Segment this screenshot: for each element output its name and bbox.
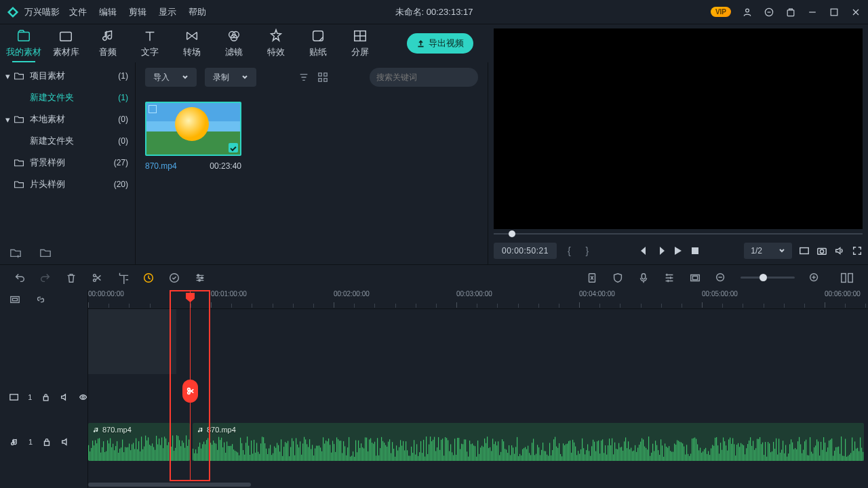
- close-icon[interactable]: [850, 7, 861, 18]
- fullscreen-icon[interactable]: [852, 245, 863, 256]
- svg-rect-360: [521, 455, 521, 461]
- mute-icon[interactable]: [60, 392, 69, 402]
- render-icon[interactable]: [168, 272, 180, 284]
- menu-view[interactable]: 显示: [159, 6, 176, 18]
- account-icon[interactable]: [742, 7, 753, 18]
- marker-icon[interactable]: [586, 272, 598, 284]
- audio-track[interactable]: 870.mp4870.mp4: [88, 420, 868, 464]
- preview-scrubber[interactable]: [494, 230, 863, 237]
- lock-icon[interactable]: [41, 392, 50, 402]
- tab-my-media[interactable]: 我的素材: [3, 28, 45, 62]
- svg-rect-204: [309, 439, 310, 461]
- tab-splitscreen[interactable]: 分屏: [339, 28, 381, 62]
- chat-icon[interactable]: [764, 7, 774, 18]
- menu-help[interactable]: 帮助: [189, 6, 206, 18]
- mixer-icon[interactable]: [663, 272, 675, 284]
- svg-rect-235: [351, 455, 352, 461]
- safe-icon[interactable]: [612, 272, 624, 284]
- import-dropdown[interactable]: 导入: [145, 68, 197, 87]
- redo-icon[interactable]: [39, 272, 52, 284]
- add-track-icon[interactable]: [9, 294, 20, 305]
- mark-in-button[interactable]: {: [564, 245, 575, 256]
- export-button[interactable]: 导出视频: [407, 33, 473, 54]
- open-folder-icon[interactable]: [39, 247, 52, 259]
- media-clip[interactable]: 870.mp400:23:40: [145, 102, 241, 171]
- play-pause-icon[interactable]: [654, 245, 665, 256]
- svg-rect-205: [311, 449, 311, 461]
- menu-file[interactable]: 文件: [69, 6, 87, 18]
- preview-quality-icon[interactable]: [799, 245, 810, 256]
- svg-rect-334: [486, 443, 486, 461]
- svg-rect-112: [182, 441, 182, 461]
- video-track-header[interactable]: 1: [0, 374, 87, 420]
- split-at-playhead-button[interactable]: [182, 380, 198, 403]
- menu-edit[interactable]: 编辑: [99, 6, 117, 18]
- preview-timecode[interactable]: 00:00:50:21: [494, 243, 557, 259]
- svg-rect-442: [632, 451, 633, 461]
- snapshot-icon[interactable]: [816, 245, 827, 256]
- voiceover-icon[interactable]: [637, 272, 650, 284]
- audio-track-header[interactable]: 1: [0, 420, 87, 464]
- tree-item-bg[interactable]: ▾背景样例(27): [0, 152, 135, 174]
- tab-stock[interactable]: 素材库: [45, 28, 87, 62]
- volume-icon[interactable]: [834, 245, 845, 256]
- tree-item-intro[interactable]: ▾片头样例(20): [0, 174, 135, 195]
- maximize-icon[interactable]: [829, 7, 840, 18]
- play-icon[interactable]: [672, 245, 683, 256]
- svg-rect-424: [608, 445, 608, 461]
- tab-effects[interactable]: 特效: [255, 28, 297, 62]
- undo-icon[interactable]: [14, 272, 26, 284]
- prev-frame-icon[interactable]: [637, 245, 648, 256]
- svg-rect-233: [349, 437, 349, 461]
- vip-badge[interactable]: VIP: [711, 7, 731, 17]
- mute-icon[interactable]: [61, 437, 71, 447]
- adjust-icon[interactable]: [194, 272, 206, 284]
- record-dropdown[interactable]: 录制: [205, 68, 256, 87]
- audio-clip[interactable]: 870.mp4: [88, 423, 190, 461]
- stop-icon[interactable]: [690, 245, 701, 256]
- svg-rect-56: [106, 451, 106, 461]
- zoom-out-icon[interactable]: [715, 272, 727, 284]
- svg-rect-485: [690, 453, 691, 461]
- grid-view-icon[interactable]: [317, 72, 328, 83]
- tree-item-newfolder-2[interactable]: 新建文件夹(0): [0, 130, 135, 152]
- delete-icon[interactable]: [65, 272, 77, 284]
- zoom-in-icon[interactable]: [808, 272, 821, 284]
- preview-scale-dropdown[interactable]: 1/2: [744, 243, 792, 259]
- aspect-icon[interactable]: [689, 272, 701, 284]
- store-icon[interactable]: [785, 7, 796, 18]
- tree-item-newfolder-1[interactable]: 新建文件夹(1): [0, 87, 135, 108]
- fit-icon[interactable]: [840, 270, 854, 285]
- tab-sticker[interactable]: 贴纸: [297, 28, 339, 62]
- audio-clip[interactable]: 870.mp4: [193, 423, 864, 461]
- tree-item-local[interactable]: ▾本地素材(0): [0, 108, 135, 130]
- preview-viewport[interactable]: [494, 28, 863, 229]
- tab-filter[interactable]: 滤镜: [213, 28, 255, 62]
- tab-text[interactable]: 文字: [129, 28, 171, 62]
- search-input[interactable]: [370, 68, 478, 87]
- tree-item-project[interactable]: ▾项目素材(1): [0, 65, 135, 87]
- minimize-icon[interactable]: [807, 7, 818, 18]
- split-icon[interactable]: [91, 272, 103, 284]
- svg-rect-163: [254, 440, 254, 461]
- zoom-slider[interactable]: [741, 277, 795, 279]
- visibility-icon[interactable]: [79, 392, 87, 402]
- tab-audio[interactable]: 音频: [87, 28, 129, 62]
- svg-rect-446: [637, 448, 638, 461]
- mark-out-button[interactable]: }: [582, 245, 593, 256]
- menu-clip[interactable]: 剪辑: [129, 6, 146, 18]
- speed-icon[interactable]: [142, 272, 155, 284]
- video-track[interactable]: [88, 374, 868, 420]
- crop-icon[interactable]: [117, 272, 129, 284]
- timeline-body[interactable]: 00:00:00:0000:01:00:0000:02:00:0000:03:0…: [88, 290, 868, 488]
- link-icon[interactable]: [35, 294, 46, 305]
- filter-icon[interactable]: [298, 72, 309, 83]
- svg-rect-582: [822, 450, 823, 461]
- tab-transition[interactable]: 转场: [171, 28, 213, 62]
- new-folder-icon[interactable]: [9, 247, 22, 259]
- lock-icon[interactable]: [42, 437, 52, 447]
- timeline-scrollbar[interactable]: [88, 481, 868, 488]
- ruler[interactable]: 00:00:00:0000:01:00:0000:02:00:0000:03:0…: [88, 290, 868, 309]
- playhead[interactable]: [190, 290, 191, 481]
- svg-rect-540: [765, 442, 766, 461]
